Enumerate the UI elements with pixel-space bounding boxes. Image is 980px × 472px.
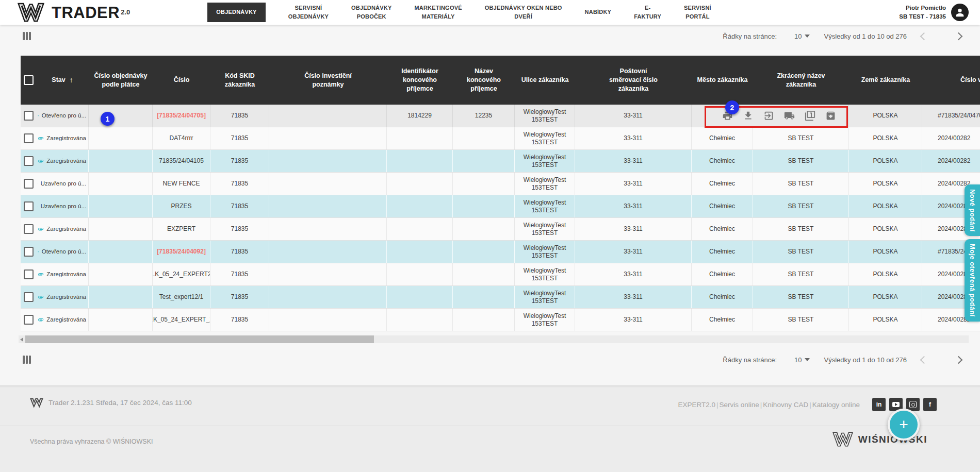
footer-link-servis-online[interactable]: Servis online [720, 401, 759, 409]
column-header-kod_skid[interactable]: Kód SKID zákazníka [210, 56, 269, 105]
row-checkbox[interactable] [24, 201, 34, 211]
footer-link-knihovny-cad[interactable]: Knihovny CAD [763, 401, 808, 409]
table-row[interactable]: ZaregistrovánaLK_05_24_EXPERT_171835Wiel… [21, 309, 980, 331]
column-header-cislo_investicni[interactable]: Číslo investiční poznámky [269, 56, 387, 105]
cell-value: SB TEST [788, 271, 814, 278]
cell-value: 71835 [231, 112, 248, 119]
columns-icon[interactable] [23, 356, 31, 364]
column-header-identifikator[interactable]: Identifikátor koncového příjemce [387, 56, 453, 105]
cell-nazev_prijemce [453, 173, 515, 195]
cell-zeme: POLSKA [849, 105, 922, 127]
row-checkbox[interactable] [24, 179, 34, 189]
horizontal-scrollbar[interactable] [19, 335, 969, 343]
column-header-ulice[interactable]: Ulice zákazníka [515, 56, 575, 105]
column-header-label: Číslo investiční poznámky [301, 72, 355, 89]
scrollbar-thumb[interactable] [25, 335, 374, 343]
cell-value: 71835 [231, 180, 248, 187]
table-row[interactable]: ZaregistrovánaLK_05_24_EXPERT271835Wielo… [21, 263, 980, 286]
cell-zeme: POLSKA [849, 173, 922, 195]
nav-item-objedn-vky[interactable]: OBJEDNÁVKY POBOČEK [351, 4, 391, 21]
table-row[interactable]: ZaregistrovánaTest_expert12/171835Wielog… [21, 286, 980, 309]
facebook-icon[interactable]: f [923, 398, 937, 411]
columns-icon[interactable] [23, 32, 31, 40]
column-header-zkraceny[interactable]: Zkrácený název zákazníka [753, 56, 849, 105]
table-toolbar-top: Řádky na stránce: 10 Výsledky od 1 do 10… [0, 25, 980, 47]
column-header-cislo_objednavky_podle_platce[interactable]: Číslo objednávky podle plátce [89, 56, 153, 105]
next-page-icon[interactable] [955, 356, 963, 364]
attachment-icon [38, 316, 44, 324]
cell-zkraceny: SB TEST [753, 173, 849, 195]
rows-per-page-select[interactable]: 10 [794, 356, 809, 364]
column-header-nazev_prijemce[interactable]: Název koncového příjemce [453, 56, 515, 105]
footer-link-katalogy-online[interactable]: Katalogy online [812, 401, 860, 409]
cell-mesto: Chełmiec [692, 241, 753, 263]
cell-check [21, 150, 36, 172]
column-header-label: Kód SKID zákazníka [213, 72, 267, 89]
attachment-icon [38, 203, 38, 210]
column-header-label: Zkrácený název zákazníka [774, 72, 828, 89]
row-checkbox[interactable] [24, 133, 34, 143]
table-row[interactable]: Zaregistrována71835/24/0410571835Wielogł… [21, 150, 980, 173]
scroll-left-icon[interactable] [20, 338, 23, 342]
column-header-cislo[interactable]: Číslo [153, 56, 210, 105]
cell-value: Chełmiec [709, 157, 735, 164]
brand-logo[interactable]: TRADER2.0 [18, 3, 130, 22]
cell-value: 71835 [231, 271, 248, 278]
column-header-zeme[interactable]: Země zákazníka [849, 56, 922, 105]
table-row[interactable]: ZaregistrovánaDAT4rrrr71835WielogłowyTes… [21, 127, 980, 150]
order-number-link[interactable]: [71835/24/04092] [157, 248, 206, 255]
nav-item-marketingov[interactable]: MARKETINGOVÉ MATERIÁLY [414, 4, 462, 21]
add-button[interactable]: + [888, 409, 920, 441]
row-checkbox[interactable] [24, 269, 34, 279]
column-header-stav[interactable]: Stav↑ [36, 56, 89, 105]
row-checkbox[interactable] [24, 156, 34, 166]
user-menu[interactable]: Piotr Pomietło SB TEST - 71835 [899, 4, 969, 22]
cell-identifikator [387, 173, 453, 195]
cell-zkraceny: SB TEST [753, 195, 849, 217]
cell-cislo_objednavky_podle_platce [89, 263, 153, 285]
cell-value: #71835/24/04705 [938, 112, 980, 119]
previous-page-icon[interactable] [920, 356, 928, 364]
table-row[interactable]: Otevřeno pro ú...[71835/24/04092]71835Wi… [21, 241, 980, 263]
linkedin-icon[interactable]: in [872, 398, 886, 411]
cell-cislo_investicni [269, 309, 387, 331]
table-row[interactable]: ZaregistrovánaEXZPERT71835WielogłowyTest… [21, 218, 980, 241]
row-checkbox[interactable] [24, 315, 34, 325]
table-row[interactable]: Uzavřeno pro ú...NEW FENCE71835Wielogłow… [21, 173, 980, 195]
nav-item-servisn[interactable]: SERVISNÍ OBJEDNÁVKY [288, 4, 329, 21]
annotation-marker-1: 1 [101, 112, 115, 126]
rows-per-page-select[interactable]: 10 [794, 32, 809, 40]
column-header-vyrobce[interactable]: Číslo výrobce [922, 56, 980, 105]
row-checkbox[interactable] [24, 247, 34, 257]
nav-item-nab-dky[interactable]: NABÍDKY [585, 8, 612, 16]
side-tab-moje-otevrena-podani[interactable]: Moje otevřená podání [965, 239, 980, 322]
select-all-checkbox[interactable] [24, 75, 34, 85]
nav-item-servisn[interactable]: SERVISNÍ PORTÁL [684, 4, 711, 21]
column-header-mesto[interactable]: Město zákazníka [692, 56, 753, 105]
status-label: Uzavřeno pro ú... [41, 180, 86, 188]
column-header-psc[interactable]: Poštovní směrovací číslo zákazníka [575, 56, 692, 105]
rows-per-page-label: Řádky na stránce: [723, 32, 777, 40]
nav-item-objedn-vky[interactable]: OBJEDNÁVKY [207, 3, 265, 22]
cell-psc: 33-311 [575, 195, 692, 217]
cell-nazev_prijemce [453, 195, 515, 217]
cell-cislo: [71835/24/04092] [153, 241, 210, 263]
cell-value: 71835 [231, 157, 248, 164]
table-row[interactable]: Uzavřeno pro ú...PRZES71835WielogłowyTes… [21, 195, 980, 218]
avatar[interactable] [951, 4, 969, 21]
footer: Trader 2.1.231 Středa, 17 čec 2024, čas … [0, 385, 980, 472]
nav-item-objedn-vky-oken-nebo[interactable]: OBJEDNÁVKY OKEN NEBO DVEŘÍ [485, 4, 562, 21]
cell-zkraceny: SB TEST [753, 150, 849, 172]
cell-zeme: POLSKA [849, 263, 922, 285]
row-checkbox[interactable] [24, 292, 34, 302]
cell-value: WielogłowyTest 153TEST [517, 131, 573, 146]
row-checkbox[interactable] [24, 111, 34, 121]
nav-item-e[interactable]: E- FAKTURY [634, 4, 661, 21]
row-checkbox[interactable] [24, 224, 34, 234]
order-number-link[interactable]: [71835/24/04705] [157, 112, 206, 119]
previous-page-icon[interactable] [920, 32, 928, 40]
next-page-icon[interactable] [955, 32, 963, 40]
cell-value: POLSKA [873, 112, 897, 119]
side-tab-nove-podani[interactable]: Nové podání [965, 184, 980, 236]
footer-link-expert2-0[interactable]: EXPERT2.0 [678, 401, 715, 409]
